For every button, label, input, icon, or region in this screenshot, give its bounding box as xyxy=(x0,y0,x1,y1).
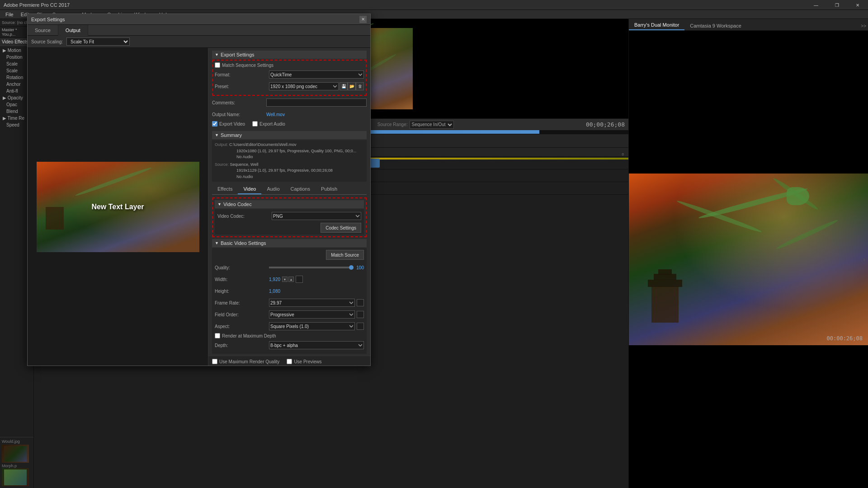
depth-select[interactable]: 8-bpc + alpha xyxy=(269,341,364,349)
summary-source-row: Source: Sequence, Well xyxy=(215,162,364,168)
render-max-checkbox[interactable] xyxy=(215,333,220,338)
summary-arrow: ▼ xyxy=(215,133,219,137)
export-settings-section: ▼ Export Settings Match Sequence Setting… xyxy=(208,48,370,131)
video-codec-highlight: ▼ Video Codec Video Codec: PNG xyxy=(212,197,367,237)
dialog-tab-source[interactable]: Source xyxy=(28,25,58,36)
format-row: Format: QuickTime xyxy=(215,70,364,80)
maximize-button[interactable]: ❐ xyxy=(826,0,847,10)
right-preview-area: New Text Layer 00:00:26;08 › xyxy=(629,31,868,488)
match-sequence-row: Match Sequence Settings xyxy=(215,62,364,68)
match-sequence-checkbox[interactable] xyxy=(215,62,220,68)
output-name-value[interactable]: Well.mov xyxy=(266,112,285,117)
dialog-title-bar: Export Settings ✕ xyxy=(28,14,370,25)
morph-label: Morph.p xyxy=(2,464,32,468)
format-label: Format: xyxy=(215,72,269,77)
bottom-options: Use Maximum Render Quality Use Previews … xyxy=(208,356,370,366)
dialog-preview-panel: New Text Layer xyxy=(28,48,208,366)
video-codec-title: Video Codec xyxy=(223,202,252,207)
match-source-btn[interactable]: Match Source xyxy=(326,250,364,260)
tab-dual-monitor[interactable]: Barry's Dual Monitor xyxy=(629,20,684,30)
comments-input[interactable] xyxy=(266,99,367,107)
thumbnail-img xyxy=(4,446,27,462)
tab-captions[interactable]: Captions xyxy=(285,184,316,194)
aspect-label: Aspect: xyxy=(215,324,269,329)
tab-publish[interactable]: Publish xyxy=(316,184,343,194)
preset-select[interactable]: 868 x 488 png codec xyxy=(269,82,339,90)
tab-effects[interactable]: Effects xyxy=(212,184,238,194)
aspect-select[interactable]: Square Pixels (1.0) xyxy=(269,322,355,330)
render-max-label: Render at Maximum Depth xyxy=(222,333,276,338)
video-codec-header[interactable]: ▼ Video Codec xyxy=(215,200,364,208)
source-scaling-select[interactable]: Scale To Fit xyxy=(66,38,130,46)
width-decrease[interactable]: ▼ xyxy=(282,277,288,282)
dialog-tabs: Source Output xyxy=(28,25,370,36)
dialog-settings-panel: ▼ Export Settings Match Sequence Setting… xyxy=(208,48,370,366)
dialog-tab-output[interactable]: Output xyxy=(58,25,88,36)
export-settings-header[interactable]: ▼ Export Settings xyxy=(212,51,367,59)
export-video-label: Export Video xyxy=(219,122,245,127)
preset-delete-btn[interactable]: 🗑 xyxy=(356,82,364,90)
ruler-7: 0 xyxy=(622,152,624,156)
dialog-body-split: New Text Layer ▼ Export Settings Match xyxy=(28,48,370,366)
right-pagoda xyxy=(651,286,679,323)
basic-video-header[interactable]: ▼ Basic Video Settings xyxy=(212,239,367,247)
preset-import-btn[interactable]: 📂 xyxy=(348,82,356,90)
summary-source-name: Sequence, Well xyxy=(230,162,259,167)
export-settings-dialog[interactable]: Export Settings ✕ Source Output Source S… xyxy=(27,14,371,366)
dialog-preview-img: New Text Layer xyxy=(37,162,199,252)
would-label: Would.jpg xyxy=(2,439,32,444)
quality-label: Quality: xyxy=(215,265,269,270)
timecode-right: 00;00;26;08 xyxy=(586,121,625,128)
framerate-select[interactable]: 29.97 xyxy=(269,299,355,307)
width-increase[interactable]: ▲ xyxy=(288,277,294,282)
summary-source-audio: No Audio xyxy=(215,174,364,180)
menu-file[interactable]: File xyxy=(2,10,17,19)
codec-settings-btn[interactable]: Codec Settings xyxy=(321,223,361,233)
width-controls: ▼ ▲ xyxy=(282,277,294,282)
output-name-row: Output Name: Well.mov xyxy=(212,109,367,119)
would-thumbnail[interactable] xyxy=(2,445,29,463)
dialog-close-btn[interactable]: ✕ xyxy=(359,16,367,23)
basic-video-content: Match Source Quality: 100 Width: 1,920 xyxy=(212,248,367,354)
tab-camtasia[interactable]: Camtasia 9 Workspace xyxy=(684,21,747,30)
video-codec-outer: ▼ Video Codec Video Codec: PNG xyxy=(208,197,370,239)
quality-row: Quality: 100 xyxy=(215,263,364,272)
fieldorder-link[interactable] xyxy=(357,311,364,318)
fieldorder-select[interactable]: Progressive xyxy=(269,310,355,319)
close-button[interactable]: ✕ xyxy=(847,0,868,10)
use-max-render-label: Use Maximum Render Quality xyxy=(219,359,279,364)
output-name-label: Output Name: xyxy=(212,112,266,117)
right-tabs: Barry's Dual Monitor Camtasia 9 Workspac… xyxy=(629,19,868,31)
preset-save-btn[interactable]: 💾 xyxy=(340,82,348,90)
format-select[interactable]: QuickTime xyxy=(269,70,364,79)
framerate-row: Frame Rate: 29.97 xyxy=(215,298,364,308)
use-max-render-row: Use Maximum Render Quality xyxy=(212,359,279,364)
tab-audio[interactable]: Audio xyxy=(261,184,285,194)
quality-slider[interactable] xyxy=(269,267,354,268)
export-video-checkbox[interactable] xyxy=(212,121,217,127)
aspect-link[interactable] xyxy=(357,323,364,330)
right-roof2 xyxy=(654,274,676,280)
video-codec-content: Video Codec: PNG Codec Settings xyxy=(215,209,364,235)
use-max-render-checkbox[interactable] xyxy=(212,359,217,364)
right-preview-image: New Text Layer 00:00:26;08 › xyxy=(629,174,868,345)
summary-header[interactable]: ▼ Summary xyxy=(212,131,367,139)
framerate-link[interactable] xyxy=(357,299,364,306)
width-label: Width: xyxy=(215,277,269,282)
depth-label: Depth: xyxy=(215,343,269,348)
use-previews-checkbox[interactable] xyxy=(287,359,292,364)
dialog-preview-text: New Text Layer xyxy=(91,203,144,211)
minimize-button[interactable]: — xyxy=(806,0,826,10)
tab-video[interactable]: Video xyxy=(238,184,261,194)
link-ratio-btn[interactable] xyxy=(296,276,303,283)
right-scroll-arrow[interactable]: › xyxy=(863,256,865,263)
source-range-select[interactable]: Sequence In/Out xyxy=(410,121,454,129)
basic-video-title: Basic Video Settings xyxy=(221,240,266,246)
more-tabs-btn[interactable]: >> xyxy=(859,22,868,30)
source-range-row: Source Range: Sequence In/Out xyxy=(377,121,454,129)
codec-select[interactable]: PNG xyxy=(272,212,361,220)
window-controls: — ❐ ✕ xyxy=(806,0,868,10)
morph-thumbnail[interactable] xyxy=(2,468,29,486)
export-audio-checkbox[interactable] xyxy=(252,121,258,127)
basic-video-outer: ▼ Basic Video Settings Match Source Qual… xyxy=(208,239,370,356)
